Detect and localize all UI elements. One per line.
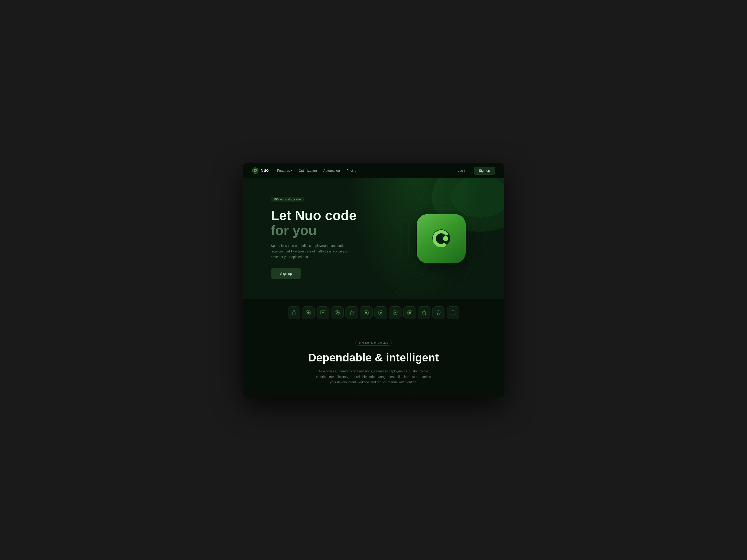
nav-pricing[interactable]: Pricing (346, 169, 357, 172)
browser-window: Nuo Features ▾ Optimization Automation P… (243, 163, 504, 397)
nuo-link[interactable]: Nuo (291, 249, 297, 253)
logo[interactable]: Nuo (252, 167, 269, 174)
hero-description: Spend less time on endless deployments a… (271, 243, 355, 260)
svg-marker-26 (350, 310, 354, 315)
hero-visual (397, 185, 486, 292)
hero-badge: Efficient and scalable (271, 197, 304, 202)
icon-tile-star3 (432, 306, 445, 319)
icon-tile-star2 (418, 306, 431, 319)
icon-tile-circle4 (403, 306, 416, 319)
hero-signup-button[interactable]: Sign up (271, 268, 301, 279)
icon-rings (399, 197, 483, 281)
svg-point-32 (394, 312, 396, 313)
svg-marker-37 (436, 310, 441, 315)
svg-point-28 (365, 312, 367, 314)
nav-right: Log in Sign up (454, 167, 495, 175)
brand-name: Nuo (260, 168, 269, 173)
svg-marker-38 (451, 310, 455, 315)
icon-tile-circle3 (360, 306, 372, 319)
nav-links: Features ▾ Optimization Automation Prici… (277, 169, 357, 172)
svg-point-20 (307, 312, 310, 314)
navbar: Nuo Features ▾ Optimization Automation P… (243, 163, 504, 178)
hero-section: Efficient and scalable Let Nuo code for … (243, 178, 504, 299)
svg-marker-18 (292, 311, 295, 314)
svg-point-16 (443, 236, 448, 241)
svg-point-1 (256, 170, 257, 171)
svg-point-30 (380, 312, 382, 314)
bottom-description: Nuo offers automated code revisions, sea… (315, 369, 432, 385)
svg-point-25 (337, 312, 338, 313)
nav-features[interactable]: Features ▾ (277, 169, 292, 172)
icon-tile-hexagon1 (288, 306, 300, 319)
icons-strip (243, 299, 504, 326)
svg-point-34 (409, 312, 411, 314)
svg-rect-22 (322, 312, 324, 313)
hero-content: Efficient and scalable Let Nuo code for … (271, 192, 378, 279)
bottom-section: Intelligence on steroids Dependable & in… (243, 326, 504, 397)
icon-tile-pentagon (389, 306, 402, 319)
logo-icon (252, 167, 259, 174)
svg-point-0 (252, 167, 258, 174)
icon-tile-rounded-square (316, 306, 329, 319)
signup-button-nav[interactable]: Sign up (474, 167, 495, 175)
chevron-down-icon: ▾ (291, 169, 292, 172)
hero-title: Let Nuo code for you (271, 208, 378, 238)
hero-title-line1: Let Nuo code (271, 208, 378, 223)
icon-tile-star1 (345, 306, 358, 319)
icon-tile-circle2 (331, 306, 344, 319)
hero-title-line2: for you (271, 223, 378, 238)
icon-tile-circle1 (302, 306, 315, 319)
app-icon-inner (428, 225, 454, 252)
icon-tile-hexagon2 (375, 306, 387, 319)
bottom-title: Dependable & intelligent (252, 351, 495, 364)
bottom-badge: Intelligence on steroids (355, 340, 392, 346)
icon-tile-hexagon3 (447, 306, 459, 319)
login-button[interactable]: Log in (454, 167, 470, 174)
nav-automation[interactable]: Automation (323, 169, 340, 172)
nav-optimization[interactable]: Optimization (299, 169, 317, 172)
app-icon (417, 214, 466, 263)
nav-left: Nuo Features ▾ Optimization Automation P… (252, 167, 357, 174)
